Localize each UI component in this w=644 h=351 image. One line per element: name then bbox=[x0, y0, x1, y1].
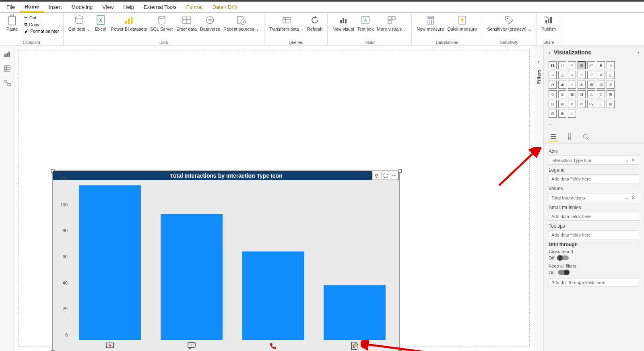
viz-type-4[interactable]: ⫿≡ bbox=[587, 61, 595, 69]
fields-tab[interactable] bbox=[549, 132, 558, 141]
viz-type-10[interactable]: ⩍ bbox=[578, 71, 586, 79]
viz-type-19[interactable]: ▤ bbox=[597, 81, 605, 89]
values-field-well[interactable]: Total Interactions⌄✕ bbox=[549, 193, 639, 202]
viz-type-5[interactable]: ≣ bbox=[597, 61, 605, 69]
viz-type-9[interactable]: ∿ bbox=[568, 71, 576, 79]
viz-type-7[interactable]: ▱ bbox=[549, 71, 557, 79]
legend-field-well[interactable]: Add data fields here bbox=[549, 174, 639, 183]
viz-type-23[interactable]: ▩ bbox=[568, 90, 576, 98]
model-view-button[interactable] bbox=[2, 78, 12, 88]
enter-data-button[interactable]: Enter data bbox=[175, 14, 198, 32]
viz-type-29[interactable]: ⊠ bbox=[558, 100, 566, 108]
viz-type-32[interactable]: Py bbox=[587, 100, 595, 108]
focus-mode-button[interactable]: ⛶ bbox=[381, 172, 389, 180]
viz-type-27[interactable]: ⊞ bbox=[607, 90, 615, 98]
chevron-right-icon[interactable]: › bbox=[637, 49, 639, 56]
viz-type-20[interactable]: ⊙ bbox=[607, 81, 615, 89]
drill-through-well[interactable]: Add drill-through fields here bbox=[549, 278, 639, 287]
menu-data-drill[interactable]: Data / Drill bbox=[208, 2, 242, 12]
format-tab[interactable] bbox=[565, 132, 574, 141]
sensitivity-button[interactable]: Sensitivity (preview) ⌄ bbox=[485, 14, 533, 32]
viz-type-12[interactable]: ⧉ bbox=[597, 71, 605, 79]
quick-measure-button[interactable]: Quick measure bbox=[446, 14, 479, 32]
report-canvas[interactable]: Total Interactions by Interaction Type I… bbox=[14, 46, 534, 351]
excel-button[interactable]: XExcel bbox=[92, 14, 109, 32]
viz-type-37[interactable]: ◇ bbox=[568, 110, 576, 118]
sql-button[interactable]: SQL Server bbox=[149, 14, 175, 32]
publish-button[interactable]: Publish bbox=[540, 14, 557, 32]
viz-type-25[interactable]: △ bbox=[587, 90, 595, 98]
cut-button[interactable]: ✂Cut bbox=[23, 15, 60, 21]
bar[interactable] bbox=[79, 185, 141, 340]
menu-external-tools[interactable]: External Tools bbox=[139, 2, 181, 12]
analytics-tab[interactable] bbox=[581, 132, 590, 141]
chart-visual[interactable]: Total Interactions by Interaction Type I… bbox=[53, 171, 400, 351]
chevron-down-icon[interactable]: ⌄ bbox=[624, 195, 630, 200]
report-view-button[interactable] bbox=[2, 49, 12, 59]
viz-type-3[interactable]: ▥ bbox=[578, 61, 586, 69]
menu-help[interactable]: Help bbox=[118, 2, 139, 12]
paste-button[interactable]: Paste bbox=[3, 14, 21, 32]
copy-button[interactable]: ⧉Copy bbox=[23, 21, 60, 27]
y-tick: 120 bbox=[60, 176, 68, 181]
filters-pane-collapsed[interactable]: ‹ Filters bbox=[534, 46, 543, 351]
viz-type-21[interactable]: ⊚ bbox=[549, 90, 557, 98]
keep-filters-toggle[interactable] bbox=[558, 270, 569, 275]
viz-type-18[interactable]: ▦ bbox=[587, 81, 595, 89]
viz-type-15[interactable]: ◕ bbox=[558, 81, 566, 89]
pbi-datasets-button[interactable]: Power BI datasets bbox=[109, 14, 149, 32]
menu-insert[interactable]: Insert bbox=[44, 2, 67, 12]
menu-format[interactable]: Format bbox=[181, 2, 207, 12]
bar[interactable] bbox=[242, 251, 304, 340]
y-tick: 80 bbox=[63, 228, 68, 233]
chevron-down-icon[interactable]: ⌄ bbox=[624, 158, 630, 163]
cross-report-toggle[interactable] bbox=[557, 255, 569, 260]
viz-type-24[interactable]: ◨ bbox=[578, 90, 586, 98]
viz-type-30[interactable]: ⊕ bbox=[568, 100, 576, 108]
more-visuals-button[interactable]: More visuals ⌄ bbox=[375, 14, 408, 32]
viz-type-28[interactable]: ⊟ bbox=[549, 100, 557, 108]
viz-type-8[interactable]: △ bbox=[558, 71, 566, 79]
tooltips-well[interactable]: Add data fields here bbox=[549, 231, 639, 239]
get-data-button[interactable]: Get data ⌄ bbox=[67, 14, 92, 32]
viz-type-1[interactable]: ⫿⫿ bbox=[558, 61, 566, 69]
small-multiples-well[interactable]: Add data fields here bbox=[549, 212, 639, 221]
viz-type-26[interactable]: ⊡ bbox=[597, 90, 605, 98]
menu-view[interactable]: View bbox=[97, 2, 118, 12]
viz-type-14[interactable]: ◔ bbox=[549, 81, 557, 89]
transform-data-button[interactable]: Transform data ⌄ bbox=[268, 14, 305, 32]
viz-type-13[interactable]: ◫ bbox=[607, 71, 615, 79]
refresh-button[interactable]: Refresh bbox=[305, 14, 324, 32]
viz-type-16[interactable]: ○ bbox=[568, 81, 576, 89]
viz-type-36[interactable]: ⊠ bbox=[558, 110, 566, 118]
axis-field-well[interactable]: Interaction Type Icon⌄✕ bbox=[549, 156, 639, 165]
viz-type-33[interactable]: ⊡ bbox=[597, 100, 605, 108]
menu-home[interactable]: Home bbox=[20, 2, 44, 12]
menu-modeling[interactable]: Modeling bbox=[67, 2, 98, 12]
recent-sources-button[interactable]: Recent sources ⌄ bbox=[222, 14, 261, 32]
viz-type-6[interactable]: ⫼ bbox=[607, 61, 615, 69]
visual-filter-button[interactable]: ▽ bbox=[372, 172, 380, 180]
data-view-button[interactable] bbox=[2, 64, 12, 73]
new-visual-button[interactable]: New visual bbox=[331, 14, 355, 32]
more-visuals-ellipsis[interactable]: ⋯ bbox=[544, 120, 644, 130]
more-options-button[interactable]: ⋯ bbox=[390, 172, 398, 180]
bar[interactable] bbox=[161, 214, 223, 340]
viz-type-11[interactable]: ⫻ bbox=[587, 71, 595, 79]
dataverse-button[interactable]: Dataverse bbox=[198, 14, 222, 32]
viz-type-2[interactable]: ≡ bbox=[568, 61, 576, 69]
viz-type-22[interactable]: ◍ bbox=[558, 90, 566, 98]
format-painter-button[interactable]: 🖌Format painter bbox=[23, 28, 60, 34]
chevron-left-icon[interactable]: ‹ bbox=[549, 49, 551, 56]
viz-type-31[interactable]: R bbox=[578, 100, 586, 108]
viz-type-17[interactable]: ◎ bbox=[578, 81, 586, 89]
remove-icon[interactable]: ✕ bbox=[630, 158, 636, 163]
menu-file[interactable]: File bbox=[2, 2, 20, 12]
remove-icon[interactable]: ✕ bbox=[630, 195, 636, 200]
viz-type-35[interactable]: ⊟ bbox=[549, 110, 557, 118]
new-measure-button[interactable]: New measure bbox=[415, 14, 446, 32]
bar[interactable] bbox=[324, 285, 386, 340]
viz-type-34[interactable]: ⊞ bbox=[607, 100, 615, 108]
text-box-button[interactable]: AText box bbox=[356, 14, 376, 32]
viz-type-0[interactable]: ▮▮ bbox=[549, 61, 557, 69]
